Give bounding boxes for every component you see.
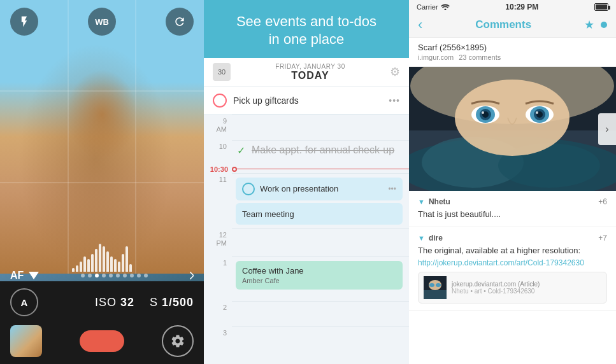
time-slot-10: ✓ Make appt. for annual check-up xyxy=(232,140,409,165)
calendar-panel: See events and to-dos in one place 30 FR… xyxy=(204,0,409,364)
mode-a-label: A xyxy=(21,297,28,308)
time-row-2pm: 2 xyxy=(204,301,409,326)
star-button[interactable]: ★ xyxy=(584,18,594,32)
refresh-button[interactable] xyxy=(166,8,194,36)
svg-point-25 xyxy=(436,283,441,287)
comment-text-1: That is just beautiful.... xyxy=(418,209,607,220)
af-dot xyxy=(116,274,120,277)
time-slot-11: Work on presentation ••• Team meeting xyxy=(232,173,409,228)
time-slot-2pm xyxy=(232,301,409,326)
event-subtitle: Amber Cafe xyxy=(242,277,396,284)
af-down-icon xyxy=(29,272,39,279)
completed-event-text: Make appt. for annual check-up xyxy=(252,144,394,156)
comment-user-2[interactable]: dire xyxy=(429,234,443,242)
image-source: i.imgur.com xyxy=(418,53,454,61)
camera-action-row xyxy=(10,325,194,357)
calendar-settings-button[interactable]: ⚙ xyxy=(390,65,400,79)
shutter-button[interactable] xyxy=(80,330,124,352)
mode-a-button[interactable]: A xyxy=(10,288,38,316)
thumbnail-preview[interactable] xyxy=(10,325,42,357)
comment-header-2: ▼ dire +7 xyxy=(418,234,607,242)
todo-item-giftcards[interactable]: Pick up giftcards ••• xyxy=(204,87,409,115)
time-row-1pm: 1 Coffee with Jane Amber Cafe xyxy=(204,256,409,301)
image-title: Scarf (2556×1895) xyxy=(418,43,607,52)
calendar-subtext: in one place xyxy=(214,31,399,48)
calendar-body[interactable]: Pick up giftcards ••• 9 AM 10 ✓ Make app… xyxy=(204,87,409,364)
calendar-icon: 30 xyxy=(213,63,231,81)
time-slot-3pm xyxy=(232,326,409,352)
preview-thumbnail xyxy=(424,276,447,299)
event-circle xyxy=(242,183,255,195)
options-button[interactable] xyxy=(601,22,607,28)
status-carrier: Carrier xyxy=(417,3,450,11)
af-dot xyxy=(130,274,134,277)
comment-user-1[interactable]: Nhetu xyxy=(429,197,450,206)
svg-point-4 xyxy=(444,9,446,11)
event-work-presentation[interactable]: Work on presentation ••• xyxy=(236,178,403,200)
waveform-bar xyxy=(122,254,124,272)
preview-tags: Nhetu • art • Cold-179342630 xyxy=(452,288,601,295)
check-icon: ✓ xyxy=(237,144,245,157)
event-more-button[interactable]: ••• xyxy=(388,185,396,193)
calendar-date-today: TODAY xyxy=(275,70,345,81)
image-source-row: i.imgur.com 23 comments xyxy=(418,53,607,61)
af-dot xyxy=(81,274,85,277)
comment-1: ▼ Nhetu +6 That is just beautiful.... xyxy=(409,191,616,227)
back-button[interactable]: ‹ xyxy=(418,18,422,32)
svg-point-24 xyxy=(429,283,434,287)
comment-2: ▼ dire +7 The original, available at a h… xyxy=(409,227,616,311)
af-dot xyxy=(102,274,106,277)
settings-icon xyxy=(170,333,185,349)
event-title: Work on presentation xyxy=(260,184,383,193)
event-team-meeting[interactable]: Team meeting xyxy=(236,203,403,225)
imgur-photo xyxy=(409,67,616,191)
completed-event: ✓ Make appt. for annual check-up xyxy=(237,144,406,157)
comment-score-2: +7 xyxy=(598,234,607,242)
source-preview[interactable]: jokerup.deviantart.com (Article) Nhetu •… xyxy=(418,272,607,304)
svg-point-21 xyxy=(536,111,538,114)
af-dot xyxy=(109,274,113,277)
flash-button[interactable] xyxy=(10,8,38,36)
time-label-10: 10 xyxy=(204,140,232,165)
comment-text-2: The original, available at a higher reso… xyxy=(418,245,607,256)
event-title: Team meeting xyxy=(242,209,294,219)
camera-panel: WB AF xyxy=(0,0,204,364)
af-right-icon xyxy=(190,272,194,279)
af-dot xyxy=(88,274,92,277)
time-slot-1pm: Coffee with Jane Amber Cafe xyxy=(232,256,409,301)
imgur-comments-section[interactable]: ▼ Nhetu +6 That is just beautiful.... ▼ … xyxy=(409,191,616,364)
camera-controls: A ISO 32 S 1/500 xyxy=(0,281,204,364)
comments-count: 23 comments xyxy=(459,53,501,61)
af-dot xyxy=(137,274,141,277)
settings-button[interactable] xyxy=(162,325,194,357)
wifi-icon xyxy=(441,4,450,10)
event-row: Work on presentation ••• xyxy=(242,183,396,195)
todo-more-button[interactable]: ••• xyxy=(389,95,400,106)
imgur-nav-actions: ★ xyxy=(584,18,607,32)
next-image-button[interactable]: › xyxy=(598,113,616,145)
imgur-image-container[interactable]: › xyxy=(409,67,616,191)
svg-point-16 xyxy=(482,111,484,114)
battery-fill xyxy=(596,4,607,10)
camera-waveform xyxy=(0,244,204,272)
time-row-12pm: 12 PM xyxy=(204,228,409,256)
comment-arrow: ▼ xyxy=(418,234,425,242)
current-time-row: 10:30 xyxy=(204,165,409,173)
calendar-date-full: FRIDAY, JANUARY 30 xyxy=(275,63,345,70)
camera-af-bar: AF xyxy=(0,270,204,281)
af-label: AF xyxy=(10,270,24,281)
battery-indicator xyxy=(594,3,608,11)
flash-icon xyxy=(18,15,31,28)
current-time-label: 10:30 xyxy=(204,165,232,173)
imgur-panel: Carrier 10:29 PM ‹ Comments ★ Scarf (255… xyxy=(409,0,616,364)
time-row-10: 10 ✓ Make appt. for annual check-up xyxy=(204,140,409,165)
current-time-line xyxy=(237,169,409,169)
camera-iso-row: A ISO 32 S 1/500 xyxy=(10,288,194,316)
comment-link[interactable]: http://jokerup.deviantart.com/art/Cold-1… xyxy=(418,258,584,267)
event-coffee-jane[interactable]: Coffee with Jane Amber Cafe xyxy=(236,261,403,290)
white-balance-button[interactable]: WB xyxy=(88,8,116,36)
waveform-bar xyxy=(99,244,101,272)
af-dot xyxy=(123,274,127,277)
waveform-bar xyxy=(91,254,94,272)
comment-arrow: ▼ xyxy=(418,198,425,206)
